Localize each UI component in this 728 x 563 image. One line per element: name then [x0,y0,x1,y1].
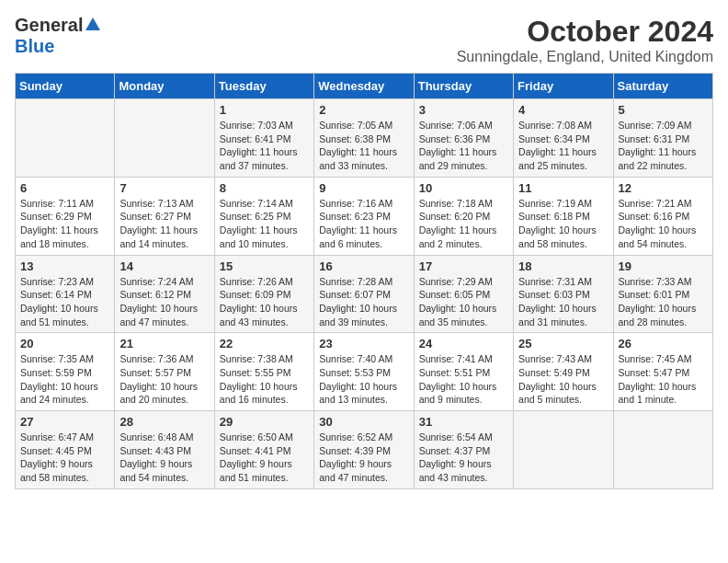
day-content: Sunrise: 7:19 AM Sunset: 6:18 PM Dayligh… [518,197,608,251]
weekday-header: Wednesday [314,74,414,99]
calendar-cell: 6Sunrise: 7:11 AM Sunset: 6:29 PM Daylig… [16,177,115,255]
calendar-cell: 11Sunrise: 7:19 AM Sunset: 6:18 PM Dayli… [514,177,613,255]
svg-marker-0 [85,17,100,30]
day-content: Sunrise: 7:11 AM Sunset: 6:29 PM Dayligh… [20,197,109,251]
day-content: Sunrise: 7:23 AM Sunset: 6:14 PM Dayligh… [20,275,109,329]
calendar-week-row: 27Sunrise: 6:47 AM Sunset: 4:45 PM Dayli… [16,411,713,489]
day-content: Sunrise: 7:03 AM Sunset: 6:41 PM Dayligh… [220,119,309,173]
calendar-subtitle: Sunningdale, England, United Kingdom [457,49,713,65]
calendar-cell: 12Sunrise: 7:21 AM Sunset: 6:16 PM Dayli… [613,177,712,255]
day-number: 26 [619,337,708,350]
day-content: Sunrise: 7:31 AM Sunset: 6:03 PM Dayligh… [518,275,608,329]
day-content: Sunrise: 7:21 AM Sunset: 6:16 PM Dayligh… [619,197,708,251]
calendar-cell: 19Sunrise: 7:33 AM Sunset: 6:01 PM Dayli… [613,255,712,333]
day-number: 4 [518,103,608,117]
day-number: 5 [619,103,708,117]
weekday-header: Monday [115,74,214,99]
day-content: Sunrise: 7:28 AM Sunset: 6:07 PM Dayligh… [319,275,408,329]
title-area: October 2024 Sunningdale, England, Unite… [457,15,713,65]
calendar-body: 1Sunrise: 7:03 AM Sunset: 6:41 PM Daylig… [16,99,713,489]
day-number: 16 [319,259,408,273]
day-content: Sunrise: 6:48 AM Sunset: 4:43 PM Dayligh… [119,431,209,485]
day-number: 7 [119,181,209,195]
calendar-week-row: 6Sunrise: 7:11 AM Sunset: 6:29 PM Daylig… [16,177,713,255]
logo-icon [85,16,101,32]
day-content: Sunrise: 7:33 AM Sunset: 6:01 PM Dayligh… [619,275,708,329]
day-number: 22 [220,337,309,350]
weekday-header: Friday [514,74,613,99]
day-content: Sunrise: 7:18 AM Sunset: 6:20 PM Dayligh… [419,197,508,251]
calendar-week-row: 20Sunrise: 7:35 AM Sunset: 5:59 PM Dayli… [16,333,713,411]
day-content: Sunrise: 7:35 AM Sunset: 5:59 PM Dayligh… [20,352,109,407]
weekday-header: Tuesday [214,74,313,99]
day-content: Sunrise: 7:05 AM Sunset: 6:38 PM Dayligh… [319,119,408,173]
calendar-cell: 3Sunrise: 7:06 AM Sunset: 6:36 PM Daylig… [414,99,513,178]
calendar-cell: 8Sunrise: 7:14 AM Sunset: 6:25 PM Daylig… [214,177,313,255]
day-number: 27 [20,415,109,429]
day-number: 20 [20,337,109,350]
day-number: 14 [119,259,209,273]
calendar-cell: 24Sunrise: 7:41 AM Sunset: 5:51 PM Dayli… [414,333,513,411]
day-content: Sunrise: 7:14 AM Sunset: 6:25 PM Dayligh… [220,197,309,251]
calendar-week-row: 1Sunrise: 7:03 AM Sunset: 6:41 PM Daylig… [16,99,713,178]
logo: General Blue [15,15,101,57]
logo-general: General [15,15,83,36]
calendar-cell: 26Sunrise: 7:45 AM Sunset: 5:47 PM Dayli… [613,333,712,411]
calendar-cell: 9Sunrise: 7:16 AM Sunset: 6:23 PM Daylig… [314,177,414,255]
day-number: 1 [220,103,309,117]
day-content: Sunrise: 6:50 AM Sunset: 4:41 PM Dayligh… [220,431,309,485]
day-number: 2 [319,103,408,117]
day-content: Sunrise: 7:24 AM Sunset: 6:12 PM Dayligh… [119,275,209,329]
calendar-week-row: 13Sunrise: 7:23 AM Sunset: 6:14 PM Dayli… [16,255,713,333]
day-number: 11 [518,181,608,195]
calendar-cell: 28Sunrise: 6:48 AM Sunset: 4:43 PM Dayli… [115,411,214,489]
day-number: 17 [419,259,508,273]
calendar-header: SundayMondayTuesdayWednesdayThursdayFrid… [16,74,713,99]
day-content: Sunrise: 7:08 AM Sunset: 6:34 PM Dayligh… [518,119,608,173]
day-content: Sunrise: 7:41 AM Sunset: 5:51 PM Dayligh… [419,352,508,407]
day-content: Sunrise: 7:40 AM Sunset: 5:53 PM Dayligh… [319,352,408,407]
calendar-cell: 10Sunrise: 7:18 AM Sunset: 6:20 PM Dayli… [414,177,513,255]
day-content: Sunrise: 7:43 AM Sunset: 5:49 PM Dayligh… [518,352,608,407]
calendar-cell: 15Sunrise: 7:26 AM Sunset: 6:09 PM Dayli… [214,255,313,333]
calendar-cell: 27Sunrise: 6:47 AM Sunset: 4:45 PM Dayli… [16,411,115,489]
day-number: 18 [518,259,608,273]
weekday-header: Saturday [613,74,712,99]
calendar-cell: 21Sunrise: 7:36 AM Sunset: 5:57 PM Dayli… [115,333,214,411]
calendar-cell: 2Sunrise: 7:05 AM Sunset: 6:38 PM Daylig… [314,99,414,178]
calendar-cell: 14Sunrise: 7:24 AM Sunset: 6:12 PM Dayli… [115,255,214,333]
day-content: Sunrise: 7:26 AM Sunset: 6:09 PM Dayligh… [220,275,309,329]
weekday-header: Sunday [16,74,115,99]
calendar-title: October 2024 [457,15,713,49]
calendar-cell: 20Sunrise: 7:35 AM Sunset: 5:59 PM Dayli… [16,333,115,411]
day-number: 31 [419,415,508,429]
calendar-cell [613,411,712,489]
day-content: Sunrise: 6:47 AM Sunset: 4:45 PM Dayligh… [20,431,109,485]
calendar-cell: 25Sunrise: 7:43 AM Sunset: 5:49 PM Dayli… [514,333,613,411]
day-number: 6 [20,181,109,195]
day-content: Sunrise: 6:54 AM Sunset: 4:37 PM Dayligh… [419,431,508,485]
calendar-cell [115,99,214,178]
logo-blue: Blue [15,36,54,56]
day-number: 24 [419,337,508,350]
day-number: 28 [119,415,209,429]
day-number: 9 [319,181,408,195]
header: General Blue October 2024 Sunningdale, E… [15,15,713,65]
day-content: Sunrise: 7:13 AM Sunset: 6:27 PM Dayligh… [119,197,209,251]
calendar-cell: 13Sunrise: 7:23 AM Sunset: 6:14 PM Dayli… [16,255,115,333]
day-number: 15 [220,259,309,273]
day-content: Sunrise: 7:09 AM Sunset: 6:31 PM Dayligh… [619,119,708,173]
day-content: Sunrise: 7:38 AM Sunset: 5:55 PM Dayligh… [220,352,309,407]
calendar-table: SundayMondayTuesdayWednesdayThursdayFrid… [15,73,713,489]
day-number: 23 [319,337,408,350]
calendar-cell: 1Sunrise: 7:03 AM Sunset: 6:41 PM Daylig… [214,99,313,178]
day-number: 21 [119,337,209,350]
calendar-cell: 23Sunrise: 7:40 AM Sunset: 5:53 PM Dayli… [314,333,414,411]
calendar-cell [16,99,115,178]
day-number: 30 [319,415,408,429]
day-number: 3 [419,103,508,117]
calendar-cell: 16Sunrise: 7:28 AM Sunset: 6:07 PM Dayli… [314,255,414,333]
day-content: Sunrise: 7:29 AM Sunset: 6:05 PM Dayligh… [419,275,508,329]
calendar-cell: 30Sunrise: 6:52 AM Sunset: 4:39 PM Dayli… [314,411,414,489]
day-number: 10 [419,181,508,195]
